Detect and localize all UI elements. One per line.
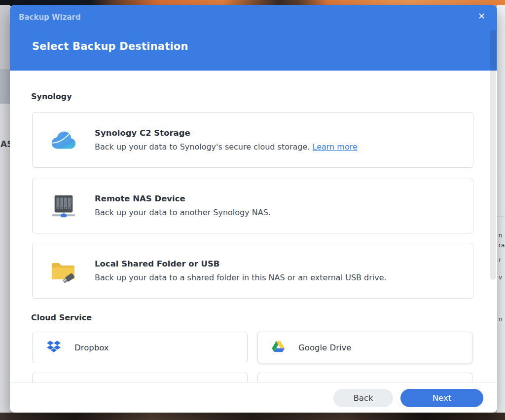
cloud-tile-partial[interactable] [257, 373, 472, 382]
dialog-footer: Back Next [10, 382, 497, 413]
background-text-fragment: n [499, 316, 503, 323]
card-description: Back up your data to a shared folder in … [95, 273, 387, 282]
card-title: Synology C2 Storage [95, 128, 358, 138]
close-icon[interactable]: ✕ [478, 12, 485, 21]
tile-label: Dropbox [74, 343, 109, 352]
card-title: Local Shared Folder or USB [95, 259, 387, 268]
card-title: Remote NAS Device [95, 194, 271, 203]
tile-label: Google Drive [298, 343, 351, 352]
dropbox-icon [46, 341, 61, 355]
dialog-header: Backup Wizard ✕ Select Backup Destinatio… [10, 5, 497, 71]
dialog-title: Backup Wizard [19, 13, 81, 22]
background-window-right: n ra r v n [497, 5, 505, 413]
destination-card-local-folder-usb[interactable]: Local Shared Folder or USB Back up your … [32, 243, 473, 299]
background-window-left: AS [0, 5, 10, 413]
google-drive-icon [272, 341, 285, 354]
destination-card-c2-storage[interactable]: Synology C2 Storage Back up your data to… [32, 112, 473, 168]
card-description: Back up your data to another Synology NA… [95, 208, 271, 217]
card-text: Remote NAS Device Back up your data to a… [95, 194, 271, 217]
section-heading-cloud-service: Cloud Service [31, 313, 92, 322]
card-description-text: Back up your data to Synology's secure c… [95, 142, 310, 152]
backup-wizard-dialog: Backup Wizard ✕ Select Backup Destinatio… [10, 5, 497, 413]
background-text-fragment: v [499, 274, 502, 281]
c2-cloud-icon [48, 125, 79, 155]
scrollbar-thumb[interactable] [490, 30, 496, 280]
card-text: Local Shared Folder or USB Back up your … [95, 259, 387, 282]
cloud-tile-dropbox[interactable]: Dropbox [32, 332, 248, 363]
background-divider [497, 216, 505, 217]
folder-usb-icon [48, 256, 79, 286]
page-title: Select Backup Destination [32, 40, 188, 52]
cloud-tile-partial[interactable] [32, 373, 248, 382]
back-button[interactable]: Back [333, 389, 393, 407]
card-description: Back up your data to Synology's secure c… [95, 142, 358, 152]
next-button[interactable]: Next [400, 389, 483, 407]
background-text-fragment: n [499, 232, 503, 239]
card-text: Synology C2 Storage Back up your data to… [95, 128, 358, 152]
learn-more-link[interactable]: Learn more [313, 142, 358, 152]
background-text-fragment: ra [499, 242, 505, 249]
background-text-fragment: r [499, 257, 501, 264]
background-window-left-band [0, 69, 10, 104]
desktop-wallpaper-bottom [0, 413, 505, 420]
cloud-tile-google-drive[interactable]: Google Drive [257, 332, 472, 363]
destination-card-remote-nas[interactable]: Remote NAS Device Back up your data to a… [32, 178, 473, 233]
background-divider [497, 173, 505, 173]
section-heading-synology: Synology [31, 92, 72, 101]
nas-device-icon [48, 191, 79, 221]
background-window-left-segment [0, 5, 10, 69]
